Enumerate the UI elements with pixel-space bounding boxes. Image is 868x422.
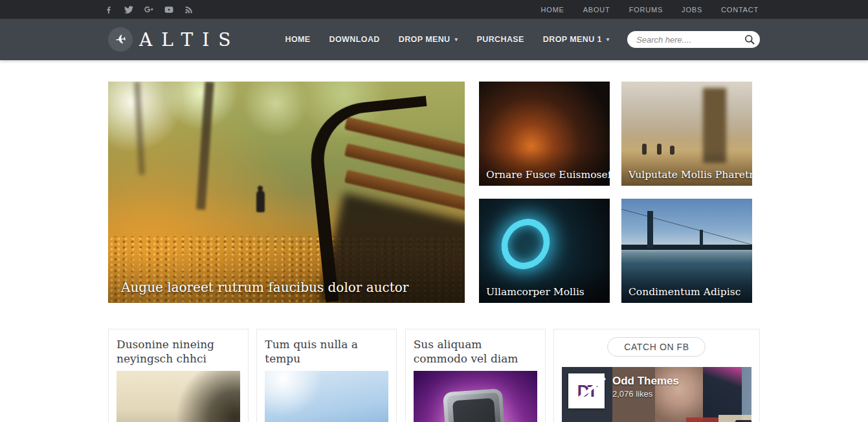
fb-page-name: Odd Themes xyxy=(612,375,679,388)
topbar-link-about[interactable]: ABOUT xyxy=(583,6,610,14)
featured-thumb-1[interactable]: Ornare Fusce Euismosef xyxy=(479,82,610,186)
nav-item-drop-menu-1-label: DROP MENU 1 xyxy=(543,35,602,44)
youtube-icon[interactable] xyxy=(164,5,174,15)
fb-page-meta: Odd Themes 2,076 likes xyxy=(612,375,679,399)
featured-thumb-title: Ullamcorper Mollis xyxy=(486,286,584,298)
post-card-2: Tum quis nulla a tempu xyxy=(256,329,397,422)
bridge-cable xyxy=(621,209,752,245)
smoke-haze xyxy=(621,82,752,139)
featured-thumb-title: Vulputate Mollis Pharetra xyxy=(629,169,752,181)
facebook-page-link[interactable]: DT Odd Themes 2,076 likes xyxy=(562,367,751,422)
page-content: Augue laoreet rutrum faucibus dolor auct… xyxy=(108,82,760,422)
featured-main-title[interactable]: Augue laoreet rutrum faucibus dolor auct… xyxy=(121,280,408,295)
metal-safe xyxy=(443,388,507,422)
widget-title: CATCH ON FB xyxy=(607,337,706,357)
topbar: HOME ABOUT FORUMS JOBS CONTACT xyxy=(0,0,868,19)
search-icon xyxy=(744,34,755,45)
topbar-link-home[interactable]: HOME xyxy=(541,6,564,14)
post-title[interactable]: Dusonine nineing neyingsch chhci xyxy=(117,337,240,367)
nav-item-home[interactable]: HOME xyxy=(285,35,310,44)
nav-item-drop-menu[interactable]: DROP MENU▾ xyxy=(399,35,458,44)
odd-themes-logo-text: DT xyxy=(577,381,596,401)
fb-page-likes: 2,076 likes xyxy=(612,389,679,399)
chevron-down-icon: ▾ xyxy=(606,36,610,43)
featured-thumb-2[interactable]: Vulputate Mollis Pharetra xyxy=(621,82,752,186)
featured-thumbs: Ornare Fusce Euismosef Vulputate Mollis … xyxy=(479,82,752,303)
search-box xyxy=(627,31,760,48)
posts-row: Dusonine nineing neyingsch chhci Tum qui… xyxy=(108,329,760,422)
post-image[interactable] xyxy=(117,371,240,422)
post-card-3: Sus aliquam commodo vel diam xyxy=(405,329,546,422)
featured-thumb-3[interactable]: Ullamcorper Mollis xyxy=(479,199,610,303)
nav-item-drop-menu-label: DROP MENU xyxy=(399,35,451,44)
search-input[interactable] xyxy=(627,31,760,48)
topbar-link-forums[interactable]: FORUMS xyxy=(629,6,663,14)
facebook-icon[interactable] xyxy=(104,5,114,15)
post-title[interactable]: Sus aliquam commodo vel diam xyxy=(414,337,537,367)
glowing-ring xyxy=(499,214,552,274)
bridge-deck xyxy=(621,245,752,250)
facebook-widget: CATCH ON FB DT Odd Themes 2,076 likes xyxy=(553,329,760,422)
post-card-1: Dusonine nineing neyingsch chhci xyxy=(108,329,249,422)
person-silhouette xyxy=(256,190,265,212)
featured-thumb-title: Ornare Fusce Euismosef xyxy=(486,169,610,181)
bridge-pylon xyxy=(647,211,653,249)
brand-text: ALTIS xyxy=(139,29,239,50)
featured-thumb-4[interactable]: Condimentum Adipisc xyxy=(621,199,752,303)
nav-item-drop-menu-1[interactable]: DROP MENU 1▾ xyxy=(543,35,610,44)
brand-logo[interactable]: ✈ ALTIS xyxy=(108,27,239,52)
google-plus-icon[interactable] xyxy=(144,5,154,15)
topbar-menu: HOME ABOUT FORUMS JOBS CONTACT xyxy=(541,6,759,14)
rss-icon[interactable] xyxy=(184,5,194,15)
nav-item-purchase[interactable]: PURCHASE xyxy=(476,35,524,44)
main-navbar: ✈ ALTIS HOME DOWNLOAD DROP MENU▾ PURCHAS… xyxy=(0,19,868,60)
tree-trunk xyxy=(196,82,214,210)
featured-main-post[interactable]: Augue laoreet rutrum faucibus dolor auct… xyxy=(108,82,465,303)
post-image[interactable] xyxy=(265,371,388,422)
plane-glyph: ✈ xyxy=(114,31,127,48)
social-links xyxy=(104,5,194,15)
featured-thumb-title: Condimentum Adipisc xyxy=(629,286,740,298)
tree-trunk xyxy=(134,82,145,175)
twitter-icon[interactable] xyxy=(124,5,134,15)
chevron-down-icon: ▾ xyxy=(455,36,458,43)
collage-tile xyxy=(718,415,751,422)
topbar-link-jobs[interactable]: JOBS xyxy=(682,6,702,14)
nav-item-download[interactable]: DOWNLOAD xyxy=(329,35,380,44)
topbar-link-contact[interactable]: CONTACT xyxy=(721,6,759,14)
bridge-pylon xyxy=(700,230,703,247)
odd-themes-logo: DT xyxy=(568,373,605,408)
plane-icon: ✈ xyxy=(108,27,133,52)
search-button[interactable] xyxy=(742,32,757,47)
collage-tile xyxy=(703,367,742,422)
post-title[interactable]: Tum quis nulla a tempu xyxy=(265,337,388,367)
post-image[interactable] xyxy=(414,371,537,422)
main-menu: HOME DOWNLOAD DROP MENU▾ PURCHASE DROP M… xyxy=(285,35,609,44)
caption-shade xyxy=(108,251,465,303)
featured-section: Augue laoreet rutrum faucibus dolor auct… xyxy=(108,82,760,303)
collage-tile xyxy=(686,417,718,422)
